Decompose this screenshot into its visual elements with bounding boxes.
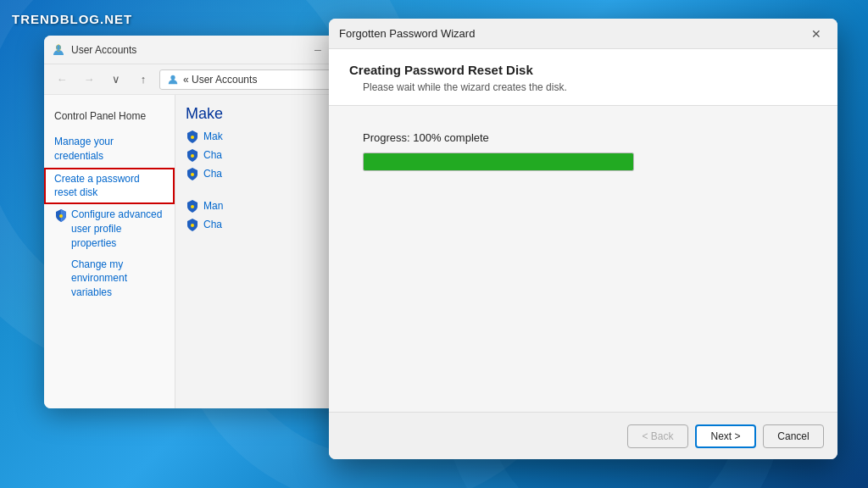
svg-point-5: [191, 173, 194, 176]
user-accounts-window-icon: [51, 42, 66, 58]
shield-icon-5: [186, 218, 199, 231]
up-button[interactable]: ↑: [132, 69, 154, 91]
change-environment-link[interactable]: Change my environment variables: [44, 254, 175, 303]
svg-point-4: [191, 154, 194, 158]
main-link-1-label: Mak: [203, 130, 223, 142]
address-icon: [167, 74, 179, 86]
shield-icon-2: [186, 148, 199, 162]
back-button[interactable]: < Back: [627, 424, 688, 448]
dropdown-button[interactable]: ∨: [105, 69, 127, 91]
main-link-2-label: Cha: [203, 149, 222, 161]
shield-icon-4: [186, 199, 199, 213]
progress-label: Progress: 100% complete: [363, 131, 804, 144]
user-accounts-title: User Accounts: [71, 44, 309, 56]
svg-point-6: [191, 205, 194, 208]
wizard-step-title: Creating Password Reset Disk: [349, 63, 817, 77]
progress-fill: [364, 153, 633, 170]
progress-track: [363, 152, 634, 171]
svg-point-2: [59, 214, 63, 218]
forgotten-password-dialog: Forgotten Password Wizard ✕ Creating Pas…: [329, 19, 837, 459]
user-accounts-titlebar: User Accounts ─ □ ✕: [44, 36, 375, 64]
wizard-header: Creating Password Reset Disk Please wait…: [329, 49, 837, 106]
forward-button[interactable]: →: [78, 69, 100, 91]
create-reset-disk-link[interactable]: Create a password reset disk: [44, 168, 175, 205]
address-path: « User Accounts: [183, 74, 257, 86]
wizard-step-subtitle: Please wait while the wizard creates the…: [349, 81, 817, 93]
dialog-close-button[interactable]: ✕: [805, 23, 827, 45]
svg-point-3: [191, 136, 194, 139]
control-panel-home-link[interactable]: Control Panel Home: [44, 103, 175, 125]
shield-icon-advanced: [54, 208, 68, 222]
next-button[interactable]: Next >: [695, 424, 756, 448]
wizard-footer: < Back Next > Cancel: [329, 412, 837, 459]
shield-icon-1: [186, 130, 199, 143]
minimize-button[interactable]: ─: [309, 41, 327, 59]
shield-icon-3: [186, 167, 199, 180]
manage-credentials-link[interactable]: Manage your credentials: [44, 130, 175, 168]
sidebar-panel: Control Panel Home Manage your credentia…: [44, 95, 175, 408]
configure-advanced-label: Configure advanced user profile properti…: [71, 208, 164, 250]
configure-advanced-link[interactable]: Configure advanced user profile properti…: [44, 204, 175, 253]
svg-point-1: [170, 75, 175, 79]
cancel-button[interactable]: Cancel: [763, 424, 824, 448]
dialog-titlebar: Forgotten Password Wizard ✕: [329, 19, 837, 49]
back-button[interactable]: ←: [51, 69, 73, 91]
watermark: TRENDBLOG.NET: [12, 12, 132, 26]
svg-point-7: [191, 224, 194, 227]
dialog-title: Forgotten Password Wizard: [339, 27, 805, 40]
change-environment-label: Change my environment variables: [54, 258, 164, 300]
main-link-4-label: Man: [203, 200, 223, 212]
window-content: Control Panel Home Manage your credentia…: [44, 95, 375, 408]
address-bar: ← → ∨ ↑ « User Accounts: [44, 64, 375, 95]
wizard-body: Progress: 100% complete: [329, 106, 837, 412]
user-accounts-window: User Accounts ─ □ ✕ ← → ∨ ↑ « User Accou…: [44, 36, 375, 408]
main-link-5-label: Cha: [203, 219, 222, 230]
main-link-3-label: Cha: [203, 168, 222, 180]
